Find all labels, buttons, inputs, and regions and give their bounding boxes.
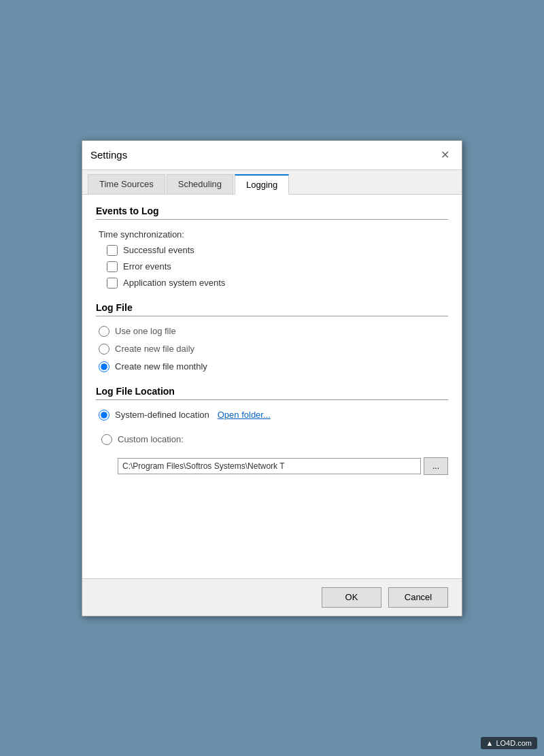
- app-system-events-label: Application system events: [123, 278, 225, 288]
- events-checkbox-group: Successful events Error events Applicati…: [107, 245, 448, 289]
- path-input[interactable]: [118, 458, 421, 474]
- successful-events-checkbox[interactable]: [107, 245, 118, 256]
- log-file-section-title: Log File: [96, 302, 448, 313]
- cancel-button[interactable]: Cancel: [388, 587, 448, 608]
- one-log-file-radio-item[interactable]: Use one log file: [99, 326, 448, 337]
- app-system-events-checkbox[interactable]: [107, 278, 118, 289]
- location-radio-group: System-defined location Open folder... C…: [99, 410, 448, 475]
- log-file-radio-group: Use one log file Create new file daily C…: [99, 326, 448, 372]
- successful-events-label: Successful events: [123, 245, 194, 255]
- events-divider: [96, 219, 448, 220]
- system-defined-label: System-defined location: [115, 410, 209, 420]
- new-file-daily-radio[interactable]: [99, 344, 109, 355]
- title-bar: Settings ✕: [82, 141, 462, 170]
- system-defined-row: System-defined location Open folder...: [99, 410, 448, 421]
- log-file-divider: [96, 316, 448, 316]
- log-file-location-section: Log File Location System-defined locatio…: [96, 386, 448, 475]
- open-folder-link[interactable]: Open folder...: [218, 410, 271, 420]
- close-button[interactable]: ✕: [436, 146, 454, 164]
- events-to-log-section: Events to Log Time synchronization: Succ…: [96, 206, 448, 289]
- log-file-location-divider: [96, 399, 448, 400]
- watermark-icon: ▲: [486, 739, 494, 747]
- path-input-row: ...: [118, 457, 448, 475]
- one-log-file-label: Use one log file: [115, 326, 176, 336]
- browse-button[interactable]: ...: [424, 457, 448, 475]
- tab-scheduling[interactable]: Scheduling: [167, 174, 233, 194]
- watermark: ▲ LO4D.com: [481, 737, 537, 749]
- log-file-location-title: Log File Location: [96, 386, 448, 397]
- new-file-monthly-radio-item[interactable]: Create new file monthly: [99, 361, 448, 372]
- new-file-daily-radio-item[interactable]: Create new file daily: [99, 344, 448, 355]
- successful-events-checkbox-item[interactable]: Successful events: [107, 245, 448, 256]
- system-defined-radio-item[interactable]: System-defined location: [99, 410, 209, 421]
- custom-location-radio[interactable]: [101, 434, 112, 445]
- tab-logging[interactable]: Logging: [235, 174, 289, 195]
- custom-location-label: Custom location:: [118, 434, 184, 444]
- new-file-daily-label: Create new file daily: [115, 344, 194, 354]
- time-sync-label: Time synchronization:: [99, 229, 448, 240]
- new-file-monthly-label: Create new file monthly: [115, 361, 207, 372]
- watermark-text: LO4D.com: [496, 739, 532, 747]
- tab-time-sources[interactable]: Time Sources: [88, 174, 165, 194]
- error-events-checkbox[interactable]: [107, 261, 118, 272]
- events-section-title: Events to Log: [96, 206, 448, 216]
- settings-window: Settings ✕ Time Sources Scheduling Loggi…: [82, 140, 462, 617]
- window-title: Settings: [90, 149, 127, 161]
- custom-location-radio-item[interactable]: Custom location:: [101, 434, 448, 445]
- tab-bar: Time Sources Scheduling Logging: [82, 170, 462, 195]
- tab-content: Events to Log Time synchronization: Succ…: [82, 195, 462, 578]
- error-events-label: Error events: [123, 261, 171, 272]
- dialog-footer: OK Cancel: [82, 578, 462, 616]
- app-system-events-checkbox-item[interactable]: Application system events: [107, 278, 448, 289]
- ok-button[interactable]: OK: [322, 587, 381, 608]
- one-log-file-radio[interactable]: [99, 326, 109, 337]
- log-file-section: Log File Use one log file Create new fil…: [96, 302, 448, 372]
- error-events-checkbox-item[interactable]: Error events: [107, 261, 448, 272]
- system-defined-radio[interactable]: [99, 410, 109, 421]
- new-file-monthly-radio[interactable]: [99, 361, 109, 372]
